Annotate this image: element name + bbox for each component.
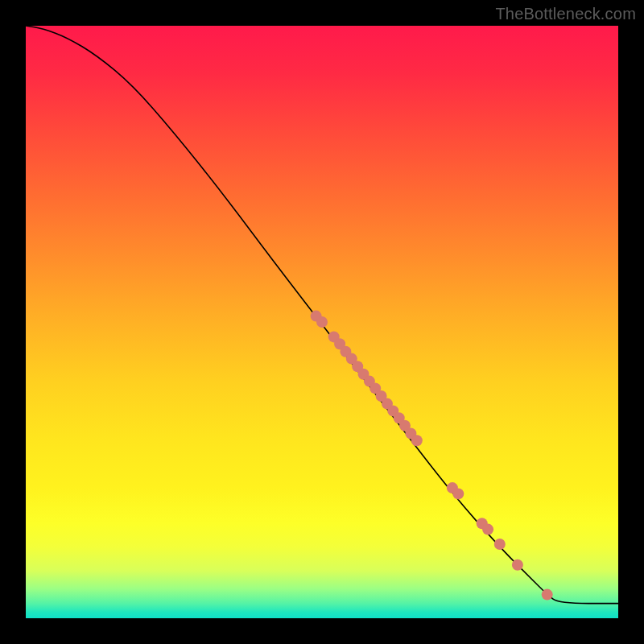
scatter-dot <box>512 559 523 571</box>
chart-svg <box>26 26 618 618</box>
scatter-dot <box>452 488 464 499</box>
chart-plot-area <box>26 26 618 618</box>
watermark-text: TheBottleneck.com <box>495 5 636 23</box>
scatter-dot <box>542 589 553 601</box>
bottleneck-curve <box>26 26 618 604</box>
scatter-dot <box>494 539 506 550</box>
scatter-dots-group <box>311 311 553 601</box>
scatter-dot <box>316 316 328 328</box>
scatter-dot <box>411 435 423 446</box>
chart-frame: TheBottleneck.com <box>0 0 644 644</box>
scatter-dot <box>482 524 493 535</box>
